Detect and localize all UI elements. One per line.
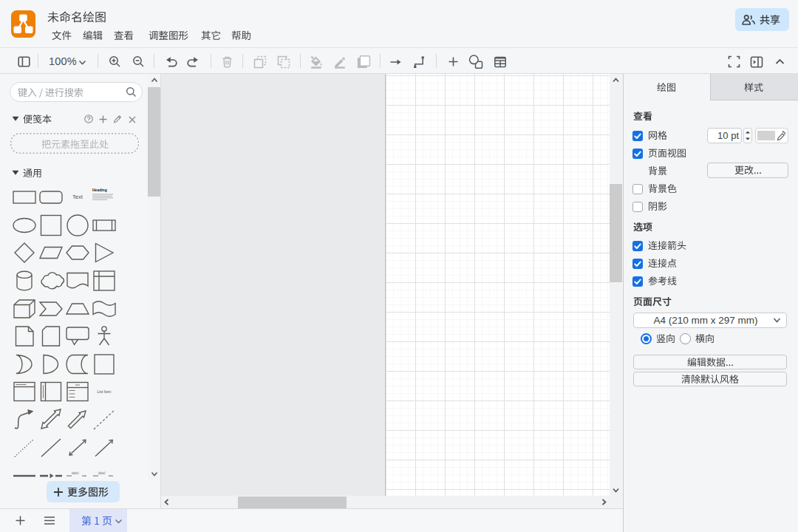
svg-text:label: label [98, 471, 106, 475]
svg-text:label: label [72, 471, 79, 475]
